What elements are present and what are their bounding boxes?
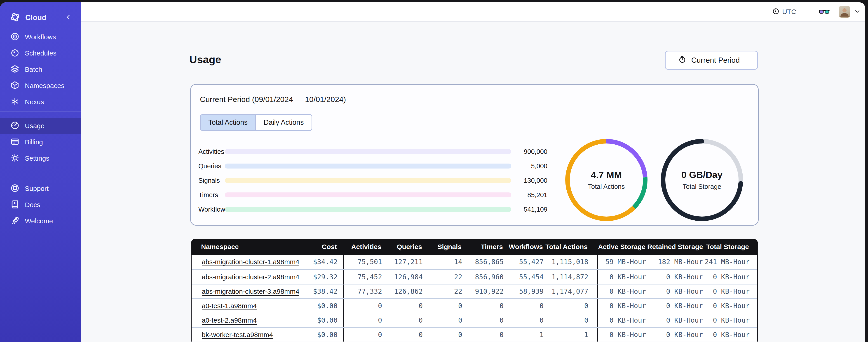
namespace-link[interactable]: abs-migration-cluster-1.a98mm4 (202, 258, 299, 266)
table-row: abs-migration-cluster-1.a98mm4$34.4275,5… (192, 255, 757, 269)
table-cell: 910,922 (463, 284, 504, 298)
sidebar-item-label: Schedules (25, 49, 57, 57)
tab-total-actions[interactable]: Total Actions (200, 115, 255, 130)
table-cell: $38.42 (305, 284, 344, 298)
brand: Cloud (0, 8, 81, 27)
usage-summary-card: Current Period (09/01/2024 — 10/01/2024)… (190, 84, 758, 226)
bar-value: 541,109 (503, 206, 548, 213)
sidebar-item-label: Workflows (25, 33, 56, 41)
sidebar-item-settings[interactable]: Settings (0, 150, 81, 167)
avatar-silhouette (839, 6, 850, 18)
namespace-cell: abs-migration-cluster-1.a98mm4 (192, 255, 305, 269)
table-cell: 0 KB-Hour (648, 313, 703, 327)
table-row: abs-migration-cluster-3.a98mm4$38.4277,3… (192, 284, 757, 298)
timezone-label: UTC (782, 8, 796, 15)
table-cell: 126,984 (382, 270, 423, 284)
column-header-retained-storage: Retained Storage (647, 239, 703, 255)
table-cell: $0.00 (305, 313, 344, 327)
sidebar-item-label: Docs (25, 201, 40, 209)
bar-track (225, 178, 511, 183)
column-header-workflows: Workflows (503, 239, 544, 255)
namespace-link[interactable]: abs-migration-cluster-3.a98mm4 (202, 287, 299, 295)
app-window: Cloud Workflows Schedules Batch Namespac… (0, 2, 865, 342)
column-header-total-storage: Total Storage (703, 239, 758, 255)
table-cell: 0 (344, 313, 382, 327)
total-actions-donut: 4.7 MM Total Actions (563, 137, 649, 223)
bar-track (225, 164, 511, 169)
table-row: a0-test-1.a98mm4$0.000000000 KB-Hour0 KB… (192, 298, 757, 313)
donut-value: 0 GB/Day (681, 170, 722, 180)
topbar: UTC (81, 2, 865, 22)
nexus-icon (10, 97, 20, 107)
sidebar-item-billing[interactable]: Billing (0, 134, 81, 150)
table-cell: 0 (544, 299, 598, 313)
total-storage-donut: 0 GB/Day Total Storage (659, 137, 745, 223)
bar-track (225, 207, 511, 212)
batch-icon (10, 65, 20, 74)
sidebar-item-namespaces[interactable]: Namespaces (0, 78, 81, 94)
donut-center: 4.7 MM Total Actions (563, 137, 649, 223)
table-row: a0-test-2.a98mm4$0.000000000 KB-Hour0 KB… (192, 313, 757, 327)
user-avatar[interactable] (839, 6, 850, 18)
sidebar-item-batch[interactable]: Batch (0, 61, 81, 78)
billing-icon (10, 137, 20, 147)
namespace-cell: bk-worker-test.a98mm4 (192, 328, 305, 342)
namespace-link[interactable]: bk-worker-test.a98mm4 (202, 331, 273, 338)
table-cell: 0 KB-Hour (703, 284, 758, 298)
table-cell: 0 KB-Hour (598, 299, 648, 313)
sidebar-item-label: Settings (25, 155, 49, 162)
tab-daily-actions[interactable]: Daily Actions (255, 115, 311, 130)
column-header-cost: Cost (304, 239, 343, 255)
table-cell: 0 (463, 299, 504, 313)
support-icon (10, 184, 20, 194)
sidebar-item-schedules[interactable]: Schedules (0, 45, 81, 61)
table-cell: 1,174,077 (544, 284, 598, 298)
namespace-cell: a0-test-2.a98mm4 (192, 313, 305, 327)
table-cell: 0 (423, 313, 463, 327)
settings-icon (10, 153, 20, 163)
namespace-link[interactable]: a0-test-1.a98mm4 (202, 302, 257, 309)
table-cell: 0 KB-Hour (703, 299, 758, 313)
sidebar-nav-account: Usage Billing Settings (0, 118, 81, 167)
sidebar-collapse-button[interactable] (65, 13, 72, 22)
timezone-selector[interactable]: UTC (772, 8, 799, 16)
table-cell: 0 (504, 299, 544, 313)
table-cell: 0 (463, 313, 504, 327)
schedules-icon (10, 48, 20, 58)
feedback-glasses-button[interactable] (819, 7, 830, 16)
donut-center: 0 GB/Day Total Storage (659, 137, 745, 223)
bar-label: Timers (198, 191, 218, 199)
column-header-namespace: Namespace (191, 239, 304, 255)
table-cell: 856,960 (463, 270, 504, 284)
column-header-timers: Timers (462, 239, 503, 255)
table-cell: 241 MB-Hour (703, 255, 758, 269)
page-title: Usage (189, 53, 221, 66)
sidebar-item-label: Billing (25, 138, 43, 146)
sidebar-nav-footer: Support Docs Welcome (0, 180, 81, 229)
sidebar-item-docs[interactable]: Docs (0, 197, 81, 213)
account-menu-button[interactable] (854, 8, 861, 15)
table-cell: 0 KB-Hour (648, 328, 703, 342)
table-cell: 75,501 (344, 255, 382, 269)
sidebar-item-welcome[interactable]: Welcome (0, 213, 81, 229)
sidebar-item-usage[interactable]: Usage (0, 118, 81, 134)
main-content: Usage Current Period Current Period (09/… (81, 22, 865, 342)
docs-icon (10, 200, 20, 210)
table-cell: 0 KB-Hour (703, 313, 758, 327)
table-cell: 58,939 (504, 284, 544, 298)
bar-label: Workflows (198, 206, 228, 213)
column-header-active-storage: Active Storage (597, 239, 647, 255)
table-cell: 126,862 (382, 284, 423, 298)
sidebar-item-support[interactable]: Support (0, 180, 81, 197)
table-cell: 0 KB-Hour (598, 270, 648, 284)
sidebar-item-nexus[interactable]: Nexus (0, 94, 81, 110)
period-selector-button[interactable]: Current Period (665, 51, 758, 70)
namespace-link[interactable]: a0-test-2.a98mm4 (202, 316, 257, 324)
namespace-cell: abs-migration-cluster-3.a98mm4 (192, 284, 305, 298)
sidebar-item-workflows[interactable]: Workflows (0, 29, 81, 45)
table-cell: 0 (344, 328, 382, 342)
workflows-icon (10, 32, 20, 42)
actions-tab-group: Total ActionsDaily Actions (200, 114, 312, 131)
table-body: abs-migration-cluster-1.a98mm4$34.4275,5… (192, 255, 757, 342)
namespace-link[interactable]: abs-migration-cluster-2.a98mm4 (202, 273, 299, 281)
